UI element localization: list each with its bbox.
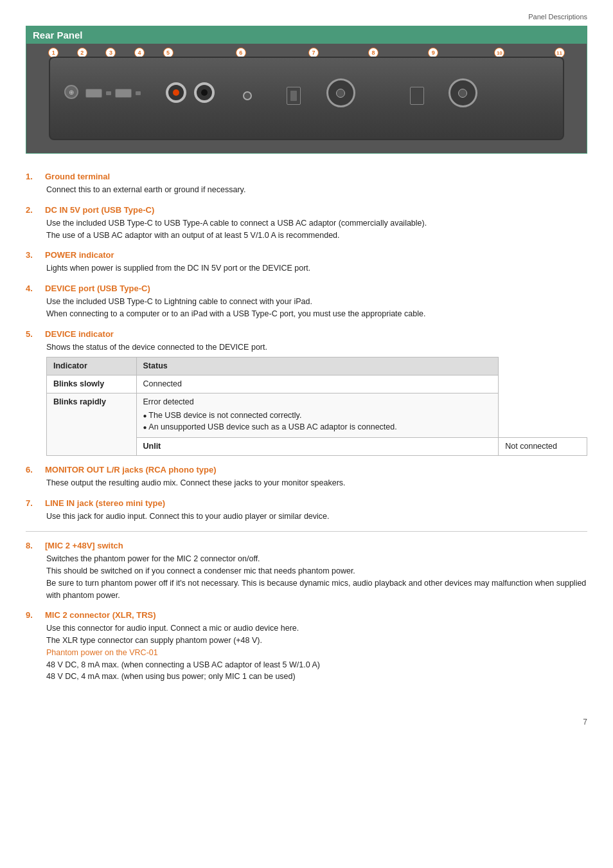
item-6-num: 6. xyxy=(26,465,41,475)
xlr-mic1 xyxy=(449,78,477,107)
device-indicator xyxy=(136,91,141,95)
item-4-heading: 4. DEVICE port (USB Type-C) xyxy=(26,284,587,293)
device-body: ⊕ xyxy=(49,57,564,140)
rca-right xyxy=(194,82,215,103)
item-6-body: These output the resulting audio mix. Co… xyxy=(26,477,587,489)
item-2-title: DC IN 5V port (USB Type-C) xyxy=(45,205,154,215)
section-title: Rear Panel xyxy=(26,26,587,44)
item-9-title: MIC 2 connector (XLR, TRS) xyxy=(45,610,156,620)
xlr2-center xyxy=(458,89,467,98)
usb-dc-in xyxy=(85,89,102,98)
table-header-indicator: Indicator xyxy=(47,357,137,375)
usb-device xyxy=(115,89,132,98)
table-header-status: Status xyxy=(136,357,499,375)
item-9-extra: 48 V DC, 8 mA max. (when connecting a US… xyxy=(46,660,320,682)
error-bullet-list: The USB device is not connected correctl… xyxy=(143,410,492,434)
item-5-heading: 5. DEVICE indicator xyxy=(26,329,587,339)
item-2-text: Use the included USB Type-C to USB Type-… xyxy=(46,219,427,240)
table-row-blinks-slowly: Blinks slowly Connected xyxy=(47,375,587,393)
xlr-center xyxy=(336,89,345,98)
rca-pair xyxy=(166,82,215,103)
item-1: 1. Ground terminal Connect this to an ex… xyxy=(26,172,587,196)
mini-jack xyxy=(243,91,252,100)
item-9-heading: 9. MIC 2 connector (XLR, TRS) xyxy=(26,610,587,620)
item-6-title: MONITOR OUT L/R jacks (RCA phono type) xyxy=(45,465,217,475)
usb-pair xyxy=(85,89,141,98)
item-3-title: POWER indicator xyxy=(45,250,114,260)
item-7-body: Use this jack for audio input. Connect t… xyxy=(26,511,587,523)
rca-left-inner xyxy=(173,89,179,96)
rear-panel-diagram: 1 2 3 4 5 6 xyxy=(26,44,587,153)
item-8-title: [MIC 2 +48V] switch xyxy=(45,541,123,550)
item-7-title: LINE IN jack (stereo mini type) xyxy=(45,498,165,508)
error-bullet-1: The USB device is not connected correctl… xyxy=(143,410,492,422)
item-8-body: Switches the phantom power for the MIC 2… xyxy=(26,553,587,601)
error-bullet-2: An unsupported USB device such as a USB … xyxy=(143,421,492,433)
item-7-num: 7. xyxy=(26,498,41,508)
item-2-num: 2. xyxy=(26,205,41,215)
item-9-body: Use this connector for audio input. Conn… xyxy=(26,622,587,683)
item-3: 3. POWER indicator Lights when power is … xyxy=(26,250,587,275)
item-8-heading: 8. [MIC 2 +48V] switch xyxy=(26,541,587,550)
item-2-body: Use the included USB Type-C to USB Type-… xyxy=(26,217,587,242)
device-status-table: Indicator Status Blinks slowly Connected… xyxy=(46,357,587,456)
item-2: 2. DC IN 5V port (USB Type-C) Use the in… xyxy=(26,205,587,242)
page-number: 7 xyxy=(26,718,587,727)
page-header: Panel Descriptions xyxy=(26,13,587,21)
ground-connector: ⊕ xyxy=(64,85,78,99)
item-5-text: Shows the status of the device connected… xyxy=(46,343,267,352)
item-1-heading: 1. Ground terminal xyxy=(26,172,587,181)
item-7: 7. LINE IN jack (stereo mini type) Use t… xyxy=(26,498,587,523)
item-4-num: 4. xyxy=(26,284,41,293)
item-8-text: Switches the phantom power for the MIC 2… xyxy=(46,554,586,599)
item-5: 5. DEVICE indicator Shows the status of … xyxy=(26,329,587,456)
rca-left xyxy=(166,82,186,103)
rear-panel-section: Rear Panel 1 2 3 4 5 xyxy=(26,26,587,154)
xlr-mic2 xyxy=(326,78,355,107)
item-3-body: Lights when power is supplied from the D… xyxy=(26,262,587,275)
item-1-title: Ground terminal xyxy=(45,172,110,181)
section-label: Panel Descriptions xyxy=(528,13,587,21)
item-8: 8. [MIC 2 +48V] switch Switches the phan… xyxy=(26,541,587,601)
status-not-connected: Not connected xyxy=(499,438,587,456)
item-3-heading: 3. POWER indicator xyxy=(26,250,587,260)
indicator-blinks-rapidly: Blinks rapidly xyxy=(47,393,137,455)
item-3-num: 3. xyxy=(26,250,41,260)
divider-7-8 xyxy=(26,531,587,532)
item-4: 4. DEVICE port (USB Type-C) Use the incl… xyxy=(26,284,587,320)
indicator-unlit: Unlit xyxy=(136,438,499,456)
item-9-text: Use this connector for audio input. Conn… xyxy=(46,624,299,645)
power-indicator xyxy=(106,91,111,95)
item-6: 6. MONITOR OUT L/R jacks (RCA phono type… xyxy=(26,465,587,489)
switch-48v-mic2 xyxy=(287,87,301,105)
item-5-num: 5. xyxy=(26,329,41,339)
switch-48v-mic1 xyxy=(410,87,424,105)
item-9: 9. MIC 2 connector (XLR, TRS) Use this c… xyxy=(26,610,587,683)
item-2-heading: 2. DC IN 5V port (USB Type-C) xyxy=(26,205,587,215)
item-6-heading: 6. MONITOR OUT L/R jacks (RCA phono type… xyxy=(26,465,587,475)
indicator-blinks-slowly: Blinks slowly xyxy=(47,375,137,393)
item-9-num: 9. xyxy=(26,610,41,620)
descriptions-content: 1. Ground terminal Connect this to an ex… xyxy=(26,165,587,698)
rca-right-inner xyxy=(201,89,208,96)
item-1-body: Connect this to an external earth or gro… xyxy=(26,184,587,196)
status-error: Error detected The USB device is not con… xyxy=(136,393,499,437)
phantom-power-link[interactable]: Phantom power on the VRC-01 xyxy=(46,648,158,657)
item-8-num: 8. xyxy=(26,541,41,550)
switch-body xyxy=(290,91,297,101)
item-5-title: DEVICE indicator xyxy=(45,329,114,339)
table-row-blinks-rapidly: Blinks rapidly Error detected The USB de… xyxy=(47,393,587,437)
item-7-heading: 7. LINE IN jack (stereo mini type) xyxy=(26,498,587,508)
item-4-title: DEVICE port (USB Type-C) xyxy=(45,284,150,293)
item-4-body: Use the included USB Type-C to Lightning… xyxy=(26,296,587,320)
status-connected: Connected xyxy=(136,375,499,393)
item-4-text: Use the included USB Type-C to Lightning… xyxy=(46,297,425,318)
item-5-body: Shows the status of the device connected… xyxy=(26,341,587,456)
item-1-num: 1. xyxy=(26,172,41,181)
